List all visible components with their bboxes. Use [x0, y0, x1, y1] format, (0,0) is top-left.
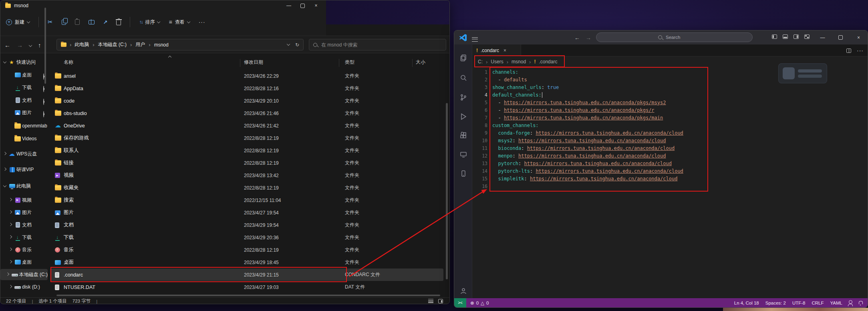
sidebar-item-Videos[interactable]: Videos — [0, 133, 48, 144]
sidebar-item-disk (D:)[interactable]: disk (D:) — [0, 281, 48, 293]
chevron-down-icon[interactable] — [2, 186, 8, 187]
sidebar-item-桌面[interactable]: 桌面 — [0, 256, 48, 268]
file-row-AppData[interactable]: AppData2022/8/28 12:16文件夹 — [50, 82, 443, 95]
breadcrumb-item[interactable]: 用户 — [135, 41, 145, 48]
vscode-maximize-button[interactable] — [832, 30, 850, 44]
close-button[interactable]: × — [309, 0, 323, 11]
code-line[interactable]: 10 msys2: https://mirrors.tuna.tsinghua.… — [472, 137, 868, 144]
sidebar-item-图片[interactable]: 图片 — [0, 207, 48, 218]
sidebar-item-图片[interactable]: 图片 — [0, 107, 48, 118]
breadcrumb-item[interactable]: msnod — [154, 42, 169, 48]
file-row-code[interactable]: code2023/4/29 20:10文件夹 — [50, 95, 443, 107]
toggle-sidebar-icon[interactable] — [772, 34, 777, 39]
code-line[interactable]: 8custom_channels: — [472, 121, 868, 129]
sidebar-item-下载[interactable]: 下载 — [0, 232, 48, 243]
chevron-right-icon[interactable] — [2, 153, 8, 155]
sidebar-scrollbar[interactable] — [44, 8, 46, 84]
sidebar-item-此电脑[interactable]: 此电脑 — [0, 180, 48, 192]
file-row-收藏夹[interactable]: 收藏夹2022/8/28 12:19文件夹 — [50, 182, 443, 194]
chevron-right-icon[interactable] — [8, 224, 13, 226]
file-row-联系人[interactable]: 联系人2022/8/28 12:19文件夹 — [50, 144, 443, 157]
chevron-right-icon[interactable] — [8, 262, 13, 263]
delete-icon[interactable] — [116, 20, 121, 25]
accounts-icon[interactable] — [454, 284, 472, 298]
file-row-保存的游戏[interactable]: 保存的游戏2022/8/28 12:19文件夹 — [50, 132, 443, 144]
file-row-桌面[interactable]: 桌面2023/4/29 18:45文件夹 — [50, 256, 443, 269]
remote-indicator[interactable]: >< — [454, 298, 466, 307]
vscode-search-input[interactable] — [665, 34, 691, 40]
status-encoding[interactable]: UTF-8 — [792, 301, 806, 305]
code-line[interactable]: 14 pytorch-lts: https://mirrors.tuna.tsi… — [472, 167, 868, 175]
forward-icon[interactable]: → — [17, 42, 23, 48]
column-header-name[interactable]: 名称 — [64, 59, 73, 66]
code-line[interactable]: 5 - https://mirrors.tuna.tsinghua.edu.cn… — [472, 99, 868, 106]
column-header-type[interactable]: 类型 — [345, 59, 354, 66]
chevron-right-icon[interactable] — [8, 200, 13, 201]
new-button[interactable]: + 新建 — [6, 19, 30, 26]
file-row-OneDrive[interactable]: OneDrive2023/4/26 21:42文件夹 — [50, 119, 443, 132]
nav-back-icon[interactable]: ← — [574, 34, 580, 41]
chevron-right-icon[interactable] — [2, 169, 8, 170]
column-header-date[interactable]: 修改日期 — [244, 59, 263, 66]
file-row-下载[interactable]: 下载2023/4/29 20:36文件夹 — [50, 231, 443, 244]
code-line[interactable]: 13 pytorch: https://mirrors.tuna.tsinghu… — [472, 160, 868, 167]
sidebar-item-文档[interactable]: 文档 — [0, 95, 48, 106]
sidebar-item-快速访问[interactable]: 快速访问 — [0, 57, 48, 68]
toggle-secondary-sidebar-icon[interactable] — [793, 34, 799, 39]
back-icon[interactable]: ← — [4, 42, 10, 48]
sidebar-item-桌面[interactable]: 桌面 — [0, 69, 48, 81]
chevron-right-icon[interactable] — [8, 287, 13, 288]
file-row-搜索[interactable]: 搜索2022/12/15 11:04文件夹 — [50, 194, 443, 206]
view-button[interactable]: ≡ 查看 — [169, 19, 189, 26]
file-row-视频[interactable]: 视频2023/4/28 13:42文件夹 — [50, 169, 443, 182]
sort-button[interactable]: ↑↓ 排序 — [139, 19, 160, 26]
vscode-close-button[interactable]: × — [850, 30, 868, 44]
problems-indicator[interactable]: ⊗ 0 △ 0 — [470, 300, 489, 306]
refresh-icon[interactable]: ↻ — [295, 42, 299, 48]
paste-icon[interactable] — [75, 19, 80, 25]
address-dropdown-icon[interactable] — [287, 42, 290, 46]
chevron-right-icon[interactable] — [8, 237, 13, 238]
more-options-icon[interactable]: ··· — [199, 19, 205, 25]
breadcrumb-item[interactable]: 本地磁盘 (C:) — [98, 41, 127, 48]
live-share-icon[interactable] — [454, 167, 472, 180]
chevron-right-icon[interactable] — [8, 249, 13, 250]
search-input[interactable] — [320, 42, 442, 48]
command-center-search[interactable] — [596, 32, 753, 42]
status-eol-sequence[interactable]: CRLF — [812, 301, 824, 305]
file-row-音乐[interactable]: 音乐2022/8/28 12:19文件夹 — [50, 244, 443, 256]
chevron-right-icon[interactable] — [5, 274, 10, 275]
file-row-obs-studio[interactable]: obs-studio2023/4/26 21:46文件夹 — [50, 107, 443, 119]
column-divider[interactable] — [412, 59, 413, 67]
chevron-right-icon[interactable] — [8, 212, 13, 213]
sidebar-item-研课VIP[interactable]: 研课VIP — [0, 164, 48, 175]
details-view-icon[interactable] — [428, 299, 433, 303]
column-divider[interactable] — [339, 59, 339, 67]
explorer-search-box[interactable] — [309, 39, 446, 50]
code-line[interactable]: 11 bioconda: https://mirrors.tuna.tsingh… — [472, 144, 868, 152]
code-line[interactable]: 3show_channel_urls: true — [472, 83, 868, 91]
rename-icon[interactable] — [89, 20, 95, 24]
sidebar-item-openmmlab[interactable]: openmmlab — [0, 120, 48, 131]
column-divider[interactable] — [240, 59, 240, 67]
copy-icon[interactable] — [62, 20, 66, 25]
sidebar-item-WPS云盘[interactable]: WPS云盘 — [0, 148, 48, 160]
status-language-mode[interactable]: YAML — [830, 301, 842, 305]
horizontal-scrollbar[interactable] — [56, 295, 440, 296]
breadcrumb-item[interactable]: C: — [478, 59, 483, 65]
customize-layout-icon[interactable] — [804, 34, 810, 39]
minimize-button[interactable]: — — [282, 0, 296, 11]
file-row-图片[interactable]: 图片2023/4/27 19:54文件夹 — [50, 206, 443, 219]
status-indentation[interactable]: Spaces: 2 — [765, 301, 786, 305]
code-line[interactable]: 16 — [472, 182, 868, 190]
file-row-ansel[interactable]: ansel2023/4/26 22:29文件夹 — [50, 70, 443, 82]
nav-forward-icon[interactable]: → — [586, 34, 591, 41]
run-debug-icon[interactable] — [454, 110, 472, 123]
file-row-链接[interactable]: 链接2022/8/28 12:19文件夹 — [50, 157, 443, 169]
address-bar[interactable]: › 此电脑›本地磁盘 (C:)›用户›msnod ↻ — [56, 39, 304, 50]
toggle-panel-icon[interactable] — [783, 34, 788, 39]
vscode-minimize-button[interactable]: — — [814, 30, 832, 44]
breadcrumb-item[interactable]: .condarc — [539, 59, 557, 65]
tab-close-icon[interactable]: × — [503, 48, 506, 53]
code-line[interactable]: 15 simpleitk: https://mirrors.tuna.tsing… — [472, 175, 868, 182]
